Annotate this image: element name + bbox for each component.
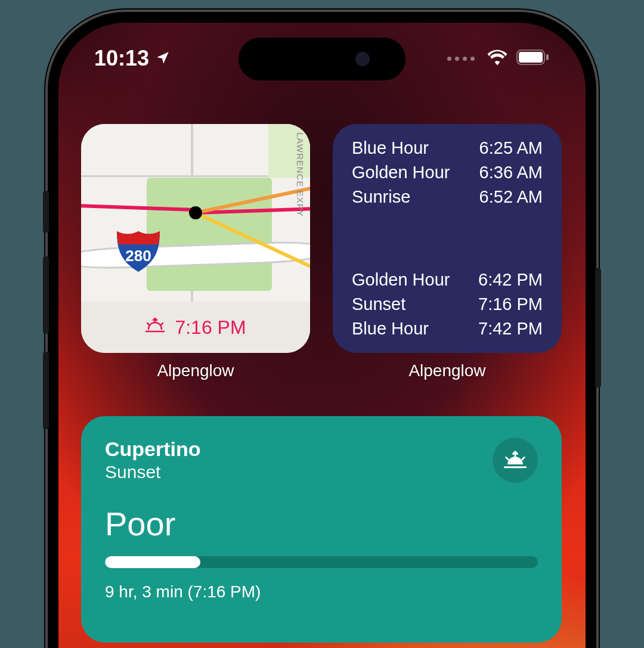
phone-frame: 10:13 [48,12,596,648]
alpenglow-map-widget[interactable]: 280 LAWRENCE EXPY 7:16 PM [81,124,310,353]
wifi-icon [487,49,508,68]
time-row: Sunset7:16 PM [352,294,543,314]
svg-line-6 [161,323,163,325]
side-button [43,191,49,232]
svg-line-5 [147,323,149,325]
quality-rating: Poor [105,504,538,543]
map-sunset-time: 7:16 PM [175,317,246,339]
map-road-label: LAWRENCE EXPY [295,132,305,217]
time-row: Sunrise6:52 AM [352,187,543,207]
evening-times-group: Golden Hour6:42 PM Sunset7:16 PM Blue Ho… [352,270,543,339]
time-row: Blue Hour6:25 AM [352,138,543,158]
page-dots-icon [447,57,475,61]
quality-progress-bar [105,556,538,568]
status-time: 10:13 [94,46,149,71]
alpenglow-quality-widget[interactable]: Cupertino Sunset Poor 9 hr, 3 min (7:16 … [81,416,562,643]
map-location-pin-icon [189,206,202,219]
time-row: Golden Hour6:36 AM [352,163,543,182]
location-arrow-icon [155,46,171,71]
quality-location: Cupertino [105,438,201,461]
time-row: Blue Hour7:42 PM [352,319,543,339]
quality-countdown: 9 hr, 3 min (7:16 PM) [105,582,538,602]
time-row: Golden Hour6:42 PM [352,270,543,290]
svg-rect-1 [519,52,543,63]
svg-line-9 [522,457,525,460]
battery-icon [516,49,550,67]
svg-text:280: 280 [125,247,151,265]
interstate-shield-icon: 280 [117,231,160,272]
map-footer: 7:16 PM [81,302,310,353]
volume-up-button [43,256,49,334]
volume-down-button [43,352,49,429]
dynamic-island[interactable] [239,38,405,80]
quality-event: Sunset [105,462,201,482]
sunset-icon [145,317,165,339]
svg-line-8 [506,457,509,460]
map-area: 280 LAWRENCE EXPY [81,124,310,302]
svg-rect-2 [546,54,549,60]
morning-times-group: Blue Hour6:25 AM Golden Hour6:36 AM Sunr… [352,138,543,207]
screen: 10:13 [58,23,586,648]
widget-app-label: Alpenglow [333,361,562,380]
quality-progress-fill [105,556,200,568]
sunset-icon [493,438,538,483]
widget-app-label: Alpenglow [81,361,310,380]
alpenglow-times-widget[interactable]: Blue Hour6:25 AM Golden Hour6:36 AM Sunr… [333,124,562,353]
power-button [595,268,601,387]
